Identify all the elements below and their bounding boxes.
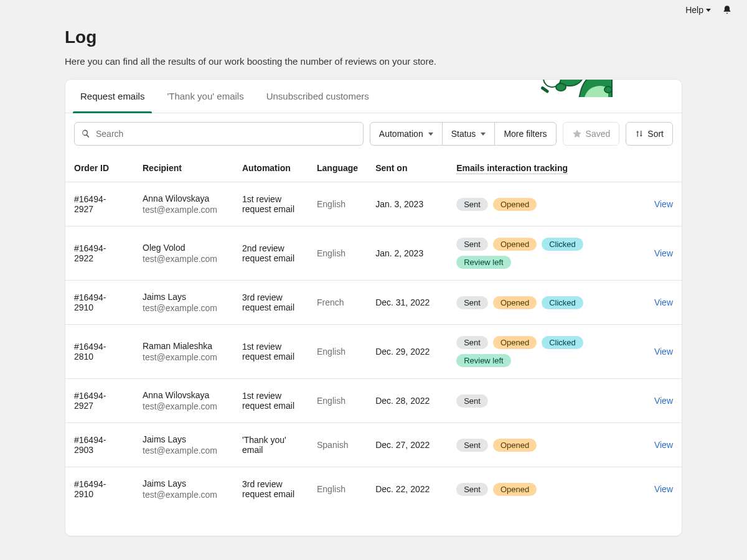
chevron-down-icon [706,9,711,12]
automation-cell: 2nd review request email [233,226,308,281]
badges-cell: SentOpenedClicked [448,281,638,325]
col-language: Language [308,154,367,182]
badge-sent: Sent [456,238,488,251]
badge-sent: Sent [456,483,488,496]
order-id: #16494-2927 [65,182,134,226]
automation-cell: 'Thank you' email [233,423,308,467]
log-card: Request emails'Thank you' emailsUnsubscr… [65,79,682,536]
view-link[interactable]: View [654,297,673,307]
badge-sent: Sent [456,439,488,452]
badge-opened: Opened [493,483,537,496]
search-field[interactable] [74,122,364,146]
more-filters-button[interactable]: More filters [494,122,556,146]
view-link[interactable]: View [654,347,673,357]
badge-sent: Sent [456,296,488,309]
recipient-email: test@example.com [143,254,225,264]
view-link[interactable]: View [654,484,673,494]
table-row: #16494-2927Anna Wilovskayatest@example.c… [65,182,682,226]
col-view [638,154,682,182]
order-id: #16494-2810 [65,325,134,379]
badge-clicked: Clicked [542,336,583,349]
automation-filter[interactable]: Automation [370,122,443,146]
view-link[interactable]: View [654,440,673,450]
help-dropdown[interactable]: Help [685,5,711,15]
order-id: #16494-2910 [65,467,134,511]
tab-2[interactable]: Unsubscribed customers [264,80,372,113]
badges-cell: SentOpenedClickedReview left [448,325,638,379]
automation-cell: 1st review request email [233,379,308,423]
filter-segments: Automation Status More filters [370,122,557,146]
badge-sent: Sent [456,394,488,408]
view-link[interactable]: View [654,396,673,406]
search-input[interactable] [95,128,357,139]
recipient-name: Anna Wilovskaya [143,194,225,203]
recipient-cell: Anna Wilovskayatest@example.com [134,182,233,226]
filter-bar: Automation Status More filters Saved Sor… [65,113,682,154]
svg-point-4 [556,83,566,91]
help-label: Help [685,5,703,15]
tracking-label: Emails interaction tracking [456,163,568,174]
star-icon [572,129,582,139]
saved-button[interactable]: Saved [563,122,620,146]
chevron-down-icon [481,133,486,136]
sent-cell: Jan. 2, 2023 [367,226,448,281]
mascot-illustration [514,79,613,97]
col-order: Order ID [65,154,134,182]
sort-label: Sort [647,129,664,139]
tab-1[interactable]: 'Thank you' emails [164,80,246,113]
order-id: #16494-2922 [65,226,134,281]
sent-cell: Jan. 3, 2023 [367,182,448,226]
recipient-cell: Jaims Laystest@example.com [134,281,233,325]
badge-sent: Sent [456,336,488,349]
language-cell: English [308,182,367,226]
table-row: #16494-2910Jaims Laystest@example.com3rd… [65,281,682,325]
recipient-cell: Anna Wilovskayatest@example.com [134,379,233,423]
sent-cell: Dec. 27, 2022 [367,423,448,467]
automation-cell: 1st review request email [233,325,308,379]
recipient-email: test@example.com [143,303,225,313]
recipient-name: Raman Mialeshka [143,341,225,351]
view-link[interactable]: View [654,199,673,209]
sent-cell: Dec. 28, 2022 [367,379,448,423]
order-id: #16494-2927 [65,379,134,423]
badge-opened: Opened [493,296,537,309]
language-cell: English [308,226,367,281]
tab-0[interactable]: Request emails [78,80,147,113]
saved-label: Saved [586,129,611,139]
svg-point-5 [604,86,612,93]
sent-cell: Dec. 29, 2022 [367,325,448,379]
badge-clicked: Clicked [542,238,583,251]
language-cell: English [308,379,367,423]
order-id: #16494-2903 [65,423,134,467]
col-recipient: Recipient [134,154,233,182]
sent-cell: Dec. 22, 2022 [367,467,448,511]
view-link[interactable]: View [654,248,673,258]
sort-button[interactable]: Sort [626,122,673,146]
language-cell: English [308,467,367,511]
badge-review: Review left [456,354,511,367]
badges-cell: Sent [448,379,638,423]
recipient-name: Jaims Lays [143,478,225,488]
automation-cell: 3rd review request email [233,467,308,511]
automation-filter-label: Automation [379,129,423,139]
badges-cell: SentOpened [448,423,638,467]
status-filter[interactable]: Status [442,122,496,146]
top-bar: Help [0,0,747,20]
table-row: #16494-2927Anna Wilovskayatest@example.c… [65,379,682,423]
recipient-cell: Jaims Laystest@example.com [134,467,233,511]
recipient-name: Jaims Lays [143,434,225,444]
bell-icon[interactable] [722,5,732,15]
recipient-email: test@example.com [143,446,225,455]
badge-opened: Opened [493,439,537,452]
page-title: Log [65,27,682,47]
language-cell: French [308,281,367,325]
badges-cell: SentOpened [448,467,638,511]
automation-cell: 3rd review request email [233,281,308,325]
sort-icon [635,129,644,138]
col-sent: Sent on [367,154,448,182]
svg-rect-3 [540,86,549,93]
badge-opened: Opened [493,198,537,211]
language-cell: English [308,325,367,379]
col-automation: Automation [233,154,308,182]
more-filters-label: More filters [504,129,547,139]
